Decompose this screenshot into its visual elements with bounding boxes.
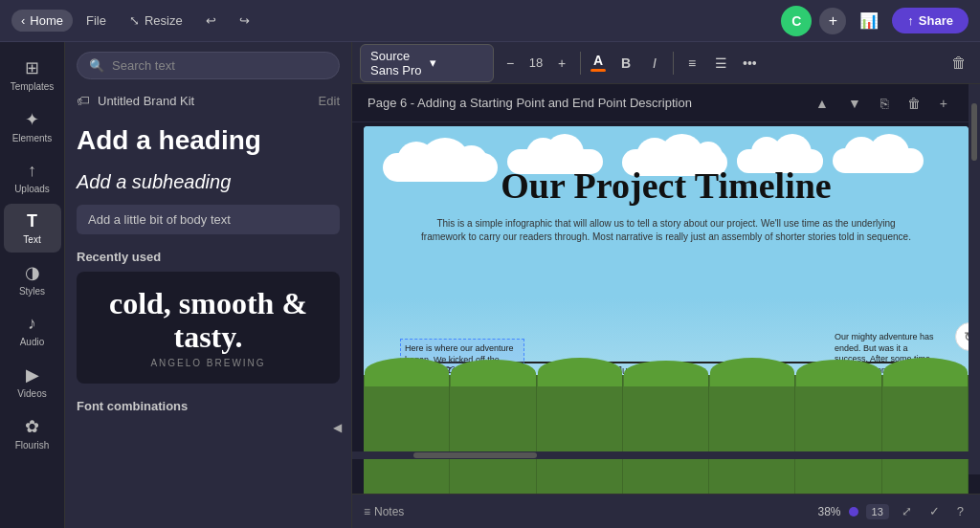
brand-kit-bar[interactable]: 🏷 Untitled Brand Kit Edit: [65, 87, 351, 114]
delete-button[interactable]: 🗑: [946, 51, 972, 76]
page-nav: Page 6 - Adding a Starting Point and End…: [352, 84, 969, 122]
redo-button[interactable]: ↪: [230, 10, 259, 32]
add-subheading-button[interactable]: Add a subheading: [77, 167, 340, 197]
canvas-subtitle[interactable]: This is a simple infographic that will a…: [421, 217, 911, 244]
resize-label: Resize: [145, 13, 183, 28]
sidebar-item-styles[interactable]: ◑ Styles: [4, 254, 61, 304]
audio-icon: ♪: [28, 314, 36, 334]
notes-icon: ≡: [364, 505, 370, 518]
analytics-button[interactable]: 📊: [854, 8, 884, 33]
copy-page-button[interactable]: ⎘: [875, 94, 894, 113]
page-up-button[interactable]: ▲: [810, 94, 835, 113]
file-label: File: [86, 13, 106, 28]
bottom-bar: ≡ Notes 38% 13 ⤢ ✓ ?: [352, 494, 980, 528]
format-toolbar: Source Sans Pro ▾ − 18 + A B I ≡ ☰ ••• 🗑: [352, 42, 980, 84]
font-selector[interactable]: Source Sans Pro ▾: [360, 44, 494, 82]
sidebar-item-label: Audio: [20, 337, 45, 347]
grid-col: [450, 375, 536, 494]
canvas-content[interactable]: Our Project Timeline This is a simple in…: [364, 126, 969, 494]
scroll-thumb[interactable]: [971, 103, 977, 161]
question-icon: ?: [957, 504, 964, 518]
sidebar: ⊞ Templates ✦ Elements ↑ Uploads T Text …: [0, 42, 65, 528]
avatar-letter: C: [791, 13, 801, 29]
vertical-scrollbar[interactable]: [969, 84, 980, 474]
help-button[interactable]: ?: [952, 502, 969, 520]
more-options-button[interactable]: •••: [737, 52, 763, 75]
canvas-area: Page 6 - Adding a Starting Point and End…: [352, 84, 980, 494]
bold-button[interactable]: B: [613, 52, 638, 75]
templates-icon: ⊞: [25, 57, 39, 78]
text-color-button[interactable]: A: [587, 52, 610, 74]
h-scroll-thumb[interactable]: [413, 452, 537, 458]
zoom-slider-thumb[interactable]: [849, 507, 858, 517]
ground-area: [364, 375, 969, 494]
sidebar-item-videos[interactable]: ▶ Videos: [4, 357, 61, 407]
recently-used-section: cold, smooth & tasty. ANGELO BREWING: [65, 268, 351, 391]
home-label: Home: [30, 13, 63, 28]
chart-icon: 📊: [859, 12, 879, 29]
plus-icon: +: [829, 12, 837, 30]
delete-page-button[interactable]: 🗑: [902, 94, 926, 113]
canvas-main-title[interactable]: Our Project Timeline: [364, 165, 969, 207]
add-body-text-button[interactable]: Add a little bit of body text: [77, 205, 340, 234]
expand-button[interactable]: ⤢: [897, 502, 917, 520]
search-bar: 🔍: [77, 52, 340, 79]
undo-icon: ↩: [206, 13, 216, 28]
chevron-left-icon: ‹: [21, 13, 25, 28]
align-button[interactable]: ≡: [679, 52, 704, 75]
brand-kit-label: Untitled Brand Kit: [98, 94, 311, 108]
separator: [673, 52, 674, 75]
home-button[interactable]: ‹ Home: [11, 10, 73, 32]
page-title: Page 6 - Adding a Starting Point and End…: [368, 96, 802, 110]
share-icon: ↑: [907, 13, 914, 28]
font-size-decrease-button[interactable]: −: [498, 52, 523, 75]
check-icon: ✓: [929, 504, 940, 518]
font-combinations-title: Font combinations: [65, 391, 351, 417]
add-heading-button[interactable]: Add a heading: [77, 121, 340, 160]
canvas-inner: Our Project Timeline This is a simple in…: [364, 126, 969, 494]
sidebar-item-audio[interactable]: ♪ Audio: [4, 306, 61, 355]
check-button[interactable]: ✓: [924, 502, 945, 520]
undo-button[interactable]: ↩: [196, 10, 226, 32]
sidebar-item-templates[interactable]: ⊞ Templates: [4, 50, 61, 99]
add-collaborator-button[interactable]: +: [819, 8, 846, 34]
horizontal-scrollbar[interactable]: [352, 451, 969, 459]
dropdown-icon: ▾: [430, 55, 483, 70]
left-panel: 🔍 🏷 Untitled Brand Kit Edit Add a headin…: [65, 42, 352, 528]
zoom-level: 38%: [817, 505, 840, 518]
search-icon: 🔍: [89, 58, 104, 73]
text-icon: T: [27, 211, 37, 231]
grid-col: [364, 375, 450, 494]
videos-icon: ▶: [26, 364, 39, 385]
sidebar-item-elements[interactable]: ✦ Elements: [4, 101, 61, 151]
file-button[interactable]: File: [77, 10, 116, 32]
resize-button[interactable]: ⤡ Resize: [120, 10, 192, 32]
notes-label: Notes: [374, 505, 404, 518]
grid-col: [623, 375, 709, 494]
recently-used-item[interactable]: cold, smooth & tasty. ANGELO BREWING: [77, 272, 340, 384]
page-down-button[interactable]: ▼: [842, 94, 867, 113]
grid-col: [537, 375, 623, 494]
share-button[interactable]: ↑ Share: [892, 8, 969, 33]
page-number-badge: 13: [866, 504, 889, 519]
list-button[interactable]: ☰: [708, 52, 733, 75]
sidebar-item-text[interactable]: T Text: [4, 204, 61, 253]
sidebar-item-flourish[interactable]: ✿ Flourish: [4, 408, 61, 458]
search-input[interactable]: [112, 58, 327, 73]
avatar-button[interactable]: C: [781, 6, 812, 36]
share-label: Share: [919, 13, 953, 28]
sidebar-item-label: Uploads: [14, 184, 50, 194]
font-size-value: 18: [526, 55, 546, 70]
italic-button[interactable]: I: [642, 52, 667, 75]
elements-icon: ✦: [25, 109, 39, 130]
brand-kit-edit-button[interactable]: Edit: [319, 94, 340, 108]
add-page-button[interactable]: +: [934, 94, 953, 113]
notes-button[interactable]: ≡ Notes: [364, 505, 404, 518]
sidebar-item-label: Styles: [19, 286, 45, 297]
expand-icon: ⤢: [902, 504, 912, 518]
font-size-increase-button[interactable]: +: [549, 52, 574, 75]
grid-col: [709, 375, 795, 494]
sidebar-item-uploads[interactable]: ↑ Uploads: [4, 153, 61, 202]
recently-used-brand: ANGELO BREWING: [150, 358, 265, 368]
hide-panel-button[interactable]: ◀: [327, 417, 347, 438]
